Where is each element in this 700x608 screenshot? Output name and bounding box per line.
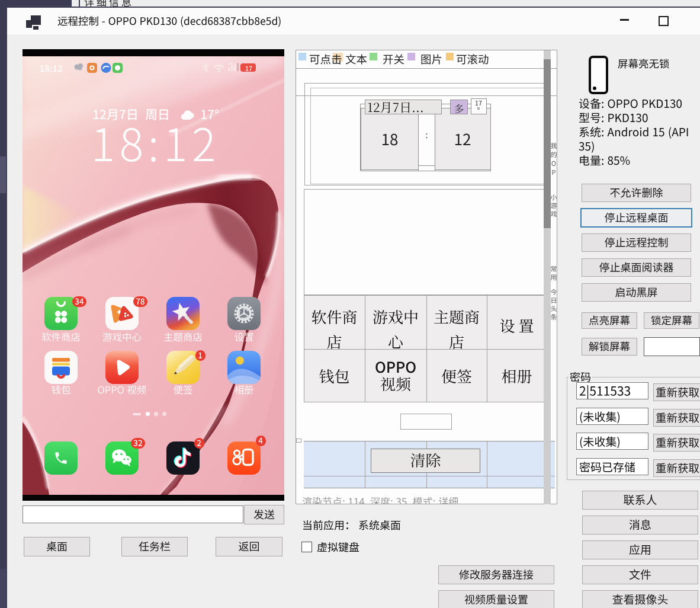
svg-text:56: 56 <box>229 62 233 66</box>
